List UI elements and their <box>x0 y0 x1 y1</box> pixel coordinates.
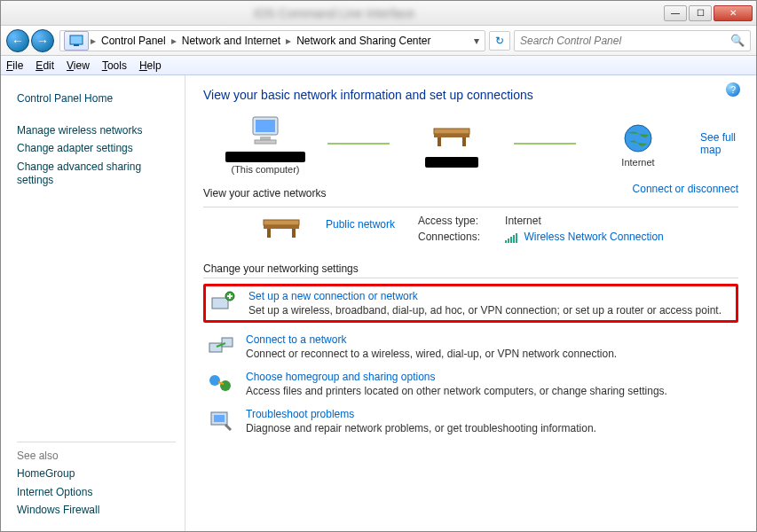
task-connect-network[interactable]: Connect to a network Connect or reconnec… <box>203 328 738 365</box>
signal-bars-icon <box>505 232 517 243</box>
svg-rect-4 <box>260 137 271 140</box>
sidebar-link-wireless[interactable]: Manage wireless networks <box>17 124 176 138</box>
svg-rect-18 <box>222 338 233 347</box>
homegroup-icon <box>207 371 235 395</box>
minimize-button[interactable]: — <box>664 5 687 21</box>
connect-network-icon <box>207 333 235 358</box>
svg-rect-15 <box>212 298 228 309</box>
computer-icon <box>203 113 327 150</box>
connection-link[interactable]: Wireless Network Connection <box>524 231 663 243</box>
task-title[interactable]: Connect to a network <box>246 333 617 346</box>
breadcrumb-dropdown-icon[interactable]: ▾ <box>472 35 481 47</box>
task-desc: Connect or reconnect to a wireless, wire… <box>246 348 617 360</box>
svg-rect-9 <box>462 137 466 146</box>
task-homegroup-sharing[interactable]: Choose homegroup and sharing options Acc… <box>203 365 738 403</box>
titlebar: IOS Command Line Interface — ☐ ✕ <box>1 1 756 26</box>
network-map: (This computer) Internet <box>203 113 700 175</box>
internet-label: Internet <box>576 157 700 168</box>
redacted-label <box>521 245 574 254</box>
menu-file[interactable]: File <box>6 59 23 72</box>
menu-help[interactable]: Help <box>139 59 162 72</box>
svg-rect-0 <box>70 35 83 44</box>
see-also-label: See also <box>17 442 176 462</box>
breadcrumb-network-internet[interactable]: Network and Internet <box>178 35 284 47</box>
window: IOS Command Line Interface — ☐ ✕ ← → ▸ C… <box>0 0 757 532</box>
see-full-map-link[interactable]: See full map <box>700 131 737 156</box>
breadcrumb-control-panel[interactable]: Control Panel <box>98 35 170 47</box>
control-panel-icon[interactable] <box>64 31 89 51</box>
bench-icon <box>390 118 514 155</box>
menu-bar: File Edit View Tools Help <box>1 56 756 75</box>
chevron-right-icon[interactable]: ▸ <box>91 35 96 47</box>
change-settings-label: Change your networking settings <box>203 262 738 278</box>
access-type-label: Access type: <box>418 215 480 227</box>
svg-point-20 <box>220 380 231 391</box>
menu-view[interactable]: View <box>67 59 90 72</box>
sidebar-seealso-firewall[interactable]: Windows Firewall <box>17 504 176 518</box>
sidebar-seealso-homegroup[interactable]: HomeGroup <box>17 467 176 481</box>
maximize-button[interactable]: ☐ <box>689 5 712 21</box>
connect-disconnect-link[interactable]: Connect or disconnect <box>633 183 738 195</box>
map-this-computer: (This computer) <box>203 113 327 175</box>
active-networks-label: View your active networks <box>203 187 327 200</box>
network-type-link[interactable]: Public network <box>326 218 395 231</box>
window-title-blurred: IOS Command Line Interface <box>254 6 414 20</box>
task-title[interactable]: Choose homegroup and sharing options <box>246 371 667 383</box>
svg-rect-11 <box>264 220 299 225</box>
svg-rect-7 <box>434 134 469 137</box>
active-network: Public network Access type: Connections:… <box>203 215 738 254</box>
page-title: View your basic network information and … <box>203 88 738 102</box>
help-icon[interactable]: ? <box>726 82 740 97</box>
map-connection-line <box>327 143 390 145</box>
task-desc: Diagnose and repair network problems, or… <box>246 422 596 434</box>
connections-label: Connections: <box>418 231 480 243</box>
sidebar-link-advanced-sharing[interactable]: Change advanced sharing settings <box>17 160 176 188</box>
svg-rect-3 <box>256 120 275 132</box>
close-button[interactable]: ✕ <box>714 5 753 21</box>
task-setup-connection[interactable]: Set up a new connection or network Set u… <box>203 284 738 323</box>
map-internet: Internet <box>576 120 700 168</box>
breadcrumb[interactable]: ▸ Control Panel ▸ Network and Internet ▸… <box>59 30 485 51</box>
sidebar-seealso-internet-options[interactable]: Internet Options <box>17 486 176 500</box>
task-troubleshoot[interactable]: Troubleshoot problems Diagnose and repai… <box>203 403 738 440</box>
svg-rect-13 <box>267 229 271 238</box>
main-panel: ? View your basic network information an… <box>185 75 756 531</box>
svg-point-10 <box>625 125 651 152</box>
menu-tools[interactable]: Tools <box>102 59 127 72</box>
search-input[interactable] <box>520 35 730 47</box>
search-icon[interactable]: 🔍 <box>730 34 745 47</box>
refresh-button[interactable]: ↻ <box>489 31 510 51</box>
svg-rect-6 <box>434 129 469 134</box>
globe-icon <box>576 120 700 157</box>
back-button[interactable]: ← <box>6 29 29 52</box>
sidebar: Control Panel Home Manage wireless netwo… <box>1 75 185 531</box>
task-title[interactable]: Set up a new connection or network <box>248 290 722 302</box>
svg-rect-14 <box>292 229 296 238</box>
this-computer-label: (This computer) <box>203 164 327 175</box>
svg-rect-22 <box>214 415 225 422</box>
task-desc: Access files and printers located on oth… <box>246 385 667 397</box>
setup-connection-icon <box>209 290 238 315</box>
content-area: Control Panel Home Manage wireless netwo… <box>1 75 756 531</box>
forward-button[interactable]: → <box>31 29 54 52</box>
sidebar-link-adapter[interactable]: Change adapter settings <box>17 142 176 156</box>
map-router <box>390 118 514 169</box>
map-connection-line <box>514 143 576 145</box>
chevron-right-icon[interactable]: ▸ <box>286 35 291 47</box>
task-desc: Set up a wireless, broadband, dial-up, a… <box>248 304 722 317</box>
svg-rect-12 <box>264 225 299 229</box>
troubleshoot-icon <box>207 408 235 433</box>
menu-edit[interactable]: Edit <box>35 59 54 72</box>
sidebar-home[interactable]: Control Panel Home <box>17 92 176 106</box>
svg-rect-5 <box>255 140 276 144</box>
bench-icon <box>260 215 304 244</box>
chevron-right-icon[interactable]: ▸ <box>171 35 177 47</box>
task-title[interactable]: Troubleshoot problems <box>246 408 596 420</box>
search-box[interactable]: 🔍 <box>514 30 751 51</box>
access-type-value: Internet <box>505 215 664 227</box>
svg-rect-1 <box>74 44 79 46</box>
address-bar: ← → ▸ Control Panel ▸ Network and Intern… <box>1 26 756 56</box>
breadcrumb-network-sharing[interactable]: Network and Sharing Center <box>293 35 434 47</box>
svg-point-19 <box>209 375 220 386</box>
redacted-label <box>225 152 305 162</box>
